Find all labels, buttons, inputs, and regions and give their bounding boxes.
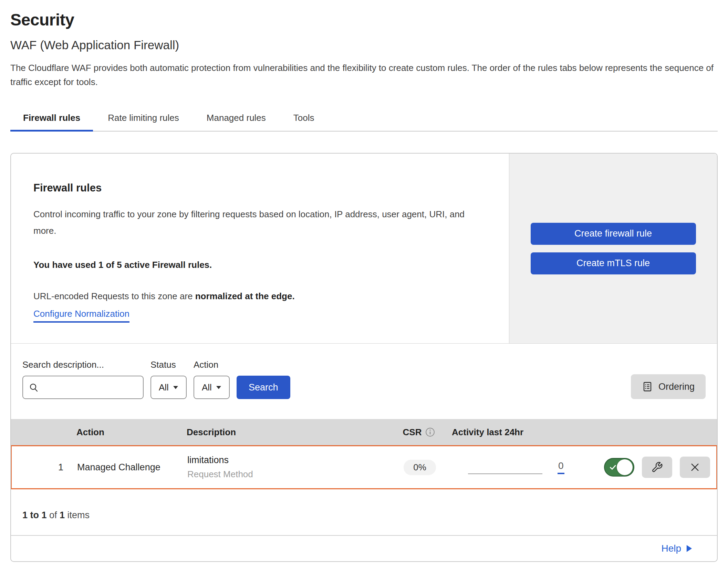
table-footer: 1 to 1 of 1 items xyxy=(11,489,717,535)
rule-controls xyxy=(604,457,716,478)
page-description: The Cloudflare WAF provides both automat… xyxy=(10,61,716,89)
header-description: Description xyxy=(187,427,386,438)
range-items: items xyxy=(65,510,90,520)
create-firewall-rule-button[interactable]: Create firewall rule xyxy=(531,223,696,245)
search-group: Search description... xyxy=(22,359,144,399)
status-filter-group: Status All xyxy=(150,359,187,399)
rule-description-cell: limitations Request Method xyxy=(187,455,387,480)
usage-text: You have used 1 of 5 active Firewall rul… xyxy=(33,260,487,270)
search-label: Search description... xyxy=(22,359,144,370)
wrench-icon xyxy=(651,461,663,473)
help-row: Help xyxy=(11,535,717,561)
normalization-text: URL-encoded Requests to this zone are no… xyxy=(33,291,487,302)
ordering-button[interactable]: Ordering xyxy=(631,374,706,399)
rule-description-sub: Request Method xyxy=(187,469,387,480)
triangle-right-icon xyxy=(686,545,692,552)
rule-enabled-toggle[interactable] xyxy=(604,458,634,477)
status-select[interactable]: All xyxy=(150,376,187,399)
action-label: Action xyxy=(194,359,230,370)
firewall-rules-info: Firewall rules Control incoming traffic … xyxy=(11,154,509,343)
create-mtls-rule-button[interactable]: Create mTLS rule xyxy=(531,252,696,274)
ordering-list-icon xyxy=(642,381,653,392)
rule-action: Managed Challenge xyxy=(77,462,187,473)
action-select-value: All xyxy=(202,382,212,393)
rule-csr-cell: 0% xyxy=(387,460,453,475)
range-total: 1 xyxy=(60,510,65,520)
close-icon xyxy=(689,462,700,473)
delete-rule-button[interactable] xyxy=(680,457,710,478)
configure-normalization-link[interactable]: Configure Normalization xyxy=(33,309,129,323)
help-label: Help xyxy=(661,543,681,554)
card-heading: Firewall rules xyxy=(33,182,487,194)
info-icon[interactable] xyxy=(425,427,435,437)
page-title: Security xyxy=(10,10,718,29)
ordering-wrap: Ordering xyxy=(631,374,706,399)
waf-tab-bar: Firewall rules Rate limiting rules Manag… xyxy=(10,106,718,132)
tab-firewall-rules[interactable]: Firewall rules xyxy=(10,106,93,131)
status-select-value: All xyxy=(159,382,169,393)
search-box[interactable] xyxy=(22,376,144,399)
toggle-knob xyxy=(617,459,633,475)
tab-managed-rules[interactable]: Managed rules xyxy=(194,106,279,131)
table-row: 1 Managed Challenge limitations Request … xyxy=(11,445,717,489)
normalization-prefix: URL-encoded Requests to this zone are xyxy=(33,291,195,301)
range-values: 1 to 1 xyxy=(22,510,47,520)
header-activity: Activity last 24hr xyxy=(452,427,603,438)
chevron-down-icon xyxy=(216,386,221,389)
card-actions-panel: Create firewall rule Create mTLS rule xyxy=(509,154,717,343)
items-range: 1 to 1 of 1 items xyxy=(22,510,706,521)
filter-bar: Search description... Status All xyxy=(11,344,717,419)
table-header: Action Description CSR Activity last 24h… xyxy=(11,419,717,445)
header-csr: CSR xyxy=(386,427,452,438)
ordering-button-label: Ordering xyxy=(658,382,695,392)
check-icon xyxy=(609,463,617,471)
firewall-rules-summary-section: Firewall rules Control incoming traffic … xyxy=(11,154,717,344)
page-subtitle: WAF (Web Application Firewall) xyxy=(10,38,718,52)
header-csr-label: CSR xyxy=(403,427,422,438)
status-label: Status xyxy=(150,359,187,370)
rule-activity-cell: 0 xyxy=(453,460,604,474)
normalization-bold: normalized at the edge. xyxy=(195,291,295,301)
activity-sparkline xyxy=(468,460,542,474)
activity-count-link[interactable]: 0 xyxy=(558,461,564,474)
action-select[interactable]: All xyxy=(194,376,230,399)
csr-badge: 0% xyxy=(404,460,436,475)
search-button[interactable]: Search xyxy=(237,376,290,399)
rule-priority: 1 xyxy=(12,462,77,473)
header-action: Action xyxy=(76,427,187,438)
action-filter-group: Action All xyxy=(194,359,230,399)
firewall-rules-card: Firewall rules Control incoming traffic … xyxy=(10,153,718,562)
chevron-down-icon xyxy=(173,386,178,389)
tab-rate-limiting-rules[interactable]: Rate limiting rules xyxy=(95,106,192,131)
tab-tools[interactable]: Tools xyxy=(281,106,327,131)
edit-rule-button[interactable] xyxy=(642,457,672,478)
help-link[interactable]: Help xyxy=(661,543,692,554)
search-input[interactable] xyxy=(42,382,137,393)
search-icon xyxy=(29,382,39,393)
card-description: Control incoming traffic to your zone by… xyxy=(33,206,487,239)
rule-description[interactable]: limitations xyxy=(187,455,387,466)
range-of: of xyxy=(47,510,60,520)
waf-security-page: Security WAF (Web Application Firewall) … xyxy=(0,0,728,562)
